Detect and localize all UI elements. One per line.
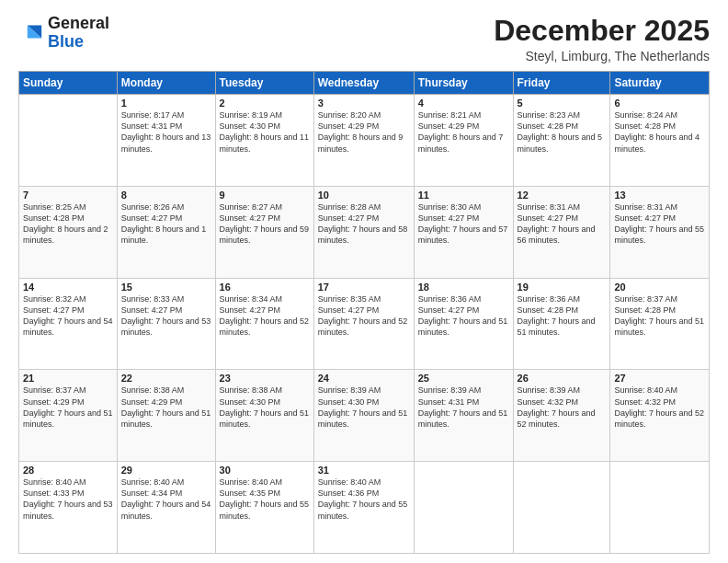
day-info: Sunrise: 8:34 AMSunset: 4:27 PMDaylight:… <box>220 293 310 339</box>
day-number: 16 <box>220 282 310 293</box>
calendar-cell: 5Sunrise: 8:23 AMSunset: 4:28 PMDaylight… <box>513 95 610 187</box>
calendar-cell: 20Sunrise: 8:37 AMSunset: 4:28 PMDayligh… <box>610 278 710 370</box>
calendar-table: Sunday Monday Tuesday Wednesday Thursday… <box>18 71 710 554</box>
day-info: Sunrise: 8:31 AMSunset: 4:27 PMDaylight:… <box>614 201 705 247</box>
calendar-cell: 4Sunrise: 8:21 AMSunset: 4:29 PMDaylight… <box>414 95 513 187</box>
calendar-cell <box>513 462 610 554</box>
day-info: Sunrise: 8:39 AMSunset: 4:31 PMDaylight:… <box>418 385 509 430</box>
calendar-cell: 17Sunrise: 8:35 AMSunset: 4:27 PMDayligh… <box>313 278 414 370</box>
day-info: Sunrise: 8:21 AMSunset: 4:29 PMDaylight:… <box>418 109 509 155</box>
day-info: Sunrise: 8:36 AMSunset: 4:27 PMDaylight:… <box>418 293 509 339</box>
day-number: 30 <box>220 465 310 476</box>
day-info: Sunrise: 8:17 AMSunset: 4:31 PMDaylight:… <box>121 109 211 155</box>
day-number: 11 <box>418 190 509 201</box>
day-number: 26 <box>518 373 607 384</box>
day-number: 15 <box>121 282 211 293</box>
calendar-cell: 3Sunrise: 8:20 AMSunset: 4:29 PMDaylight… <box>313 95 414 187</box>
col-saturday: Saturday <box>610 72 710 95</box>
month-title: December 2025 <box>494 15 710 47</box>
logo: General Blue <box>18 15 109 52</box>
calendar-cell: 1Sunrise: 8:17 AMSunset: 4:31 PMDaylight… <box>117 95 215 187</box>
day-info: Sunrise: 8:39 AMSunset: 4:32 PMDaylight:… <box>518 385 607 430</box>
calendar-cell: 6Sunrise: 8:24 AMSunset: 4:28 PMDaylight… <box>610 95 710 187</box>
day-number: 3 <box>318 98 410 109</box>
day-info: Sunrise: 8:35 AMSunset: 4:27 PMDaylight:… <box>318 293 410 339</box>
col-wednesday: Wednesday <box>313 72 414 95</box>
day-number: 27 <box>614 373 705 384</box>
day-info: Sunrise: 8:23 AMSunset: 4:28 PMDaylight:… <box>518 109 607 155</box>
day-number: 31 <box>318 465 410 476</box>
day-info: Sunrise: 8:38 AMSunset: 4:29 PMDaylight:… <box>121 385 211 430</box>
calendar-page: General Blue December 2025 Steyl, Limbur… <box>0 0 728 563</box>
calendar-week-row: 14Sunrise: 8:32 AMSunset: 4:27 PMDayligh… <box>19 278 710 370</box>
calendar-cell: 31Sunrise: 8:40 AMSunset: 4:36 PMDayligh… <box>313 462 414 554</box>
calendar-cell <box>610 462 710 554</box>
day-info: Sunrise: 8:40 AMSunset: 4:36 PMDaylight:… <box>318 477 410 522</box>
day-number: 1 <box>121 98 211 109</box>
day-number: 5 <box>518 98 607 109</box>
day-number: 29 <box>121 465 211 476</box>
calendar-cell <box>414 462 513 554</box>
calendar-cell: 23Sunrise: 8:38 AMSunset: 4:30 PMDayligh… <box>215 370 313 462</box>
day-number: 24 <box>318 373 410 384</box>
calendar-week-row: 28Sunrise: 8:40 AMSunset: 4:33 PMDayligh… <box>19 462 710 554</box>
day-number: 9 <box>220 190 310 201</box>
day-number: 17 <box>318 282 410 293</box>
calendar-cell: 24Sunrise: 8:39 AMSunset: 4:30 PMDayligh… <box>313 370 414 462</box>
calendar-week-row: 1Sunrise: 8:17 AMSunset: 4:31 PMDaylight… <box>19 95 710 187</box>
day-number: 14 <box>23 282 113 293</box>
day-number: 20 <box>614 282 705 293</box>
day-info: Sunrise: 8:37 AMSunset: 4:28 PMDaylight:… <box>614 293 705 339</box>
calendar-cell: 27Sunrise: 8:40 AMSunset: 4:32 PMDayligh… <box>610 370 710 462</box>
calendar-cell: 12Sunrise: 8:31 AMSunset: 4:27 PMDayligh… <box>513 186 610 278</box>
day-number: 4 <box>418 98 509 109</box>
day-info: Sunrise: 8:40 AMSunset: 4:32 PMDaylight:… <box>614 385 705 430</box>
logo-icon <box>18 20 44 46</box>
day-info: Sunrise: 8:25 AMSunset: 4:28 PMDaylight:… <box>23 201 113 247</box>
title-block: December 2025 Steyl, Limburg, The Nether… <box>494 15 710 63</box>
day-number: 6 <box>614 98 705 109</box>
calendar-cell: 18Sunrise: 8:36 AMSunset: 4:27 PMDayligh… <box>414 278 513 370</box>
day-number: 18 <box>418 282 509 293</box>
calendar-week-row: 7Sunrise: 8:25 AMSunset: 4:28 PMDaylight… <box>19 186 710 278</box>
calendar-cell: 9Sunrise: 8:27 AMSunset: 4:27 PMDaylight… <box>215 186 313 278</box>
calendar-cell: 28Sunrise: 8:40 AMSunset: 4:33 PMDayligh… <box>19 462 118 554</box>
calendar-cell: 21Sunrise: 8:37 AMSunset: 4:29 PMDayligh… <box>19 370 118 462</box>
page-header: General Blue December 2025 Steyl, Limbur… <box>18 15 710 63</box>
logo-blue: Blue <box>48 32 84 51</box>
col-sunday: Sunday <box>19 72 118 95</box>
day-number: 2 <box>220 98 310 109</box>
day-number: 8 <box>121 190 211 201</box>
day-info: Sunrise: 8:19 AMSunset: 4:30 PMDaylight:… <box>220 109 310 155</box>
calendar-week-row: 21Sunrise: 8:37 AMSunset: 4:29 PMDayligh… <box>19 370 710 462</box>
calendar-cell: 26Sunrise: 8:39 AMSunset: 4:32 PMDayligh… <box>513 370 610 462</box>
logo-general: General <box>48 14 109 32</box>
col-tuesday: Tuesday <box>215 72 313 95</box>
col-monday: Monday <box>117 72 215 95</box>
calendar-cell: 11Sunrise: 8:30 AMSunset: 4:27 PMDayligh… <box>414 186 513 278</box>
day-info: Sunrise: 8:40 AMSunset: 4:33 PMDaylight:… <box>23 477 113 522</box>
calendar-cell: 30Sunrise: 8:40 AMSunset: 4:35 PMDayligh… <box>215 462 313 554</box>
calendar-cell: 10Sunrise: 8:28 AMSunset: 4:27 PMDayligh… <box>313 186 414 278</box>
day-number: 10 <box>318 190 410 201</box>
day-info: Sunrise: 8:39 AMSunset: 4:30 PMDaylight:… <box>318 385 410 430</box>
calendar-cell: 14Sunrise: 8:32 AMSunset: 4:27 PMDayligh… <box>19 278 118 370</box>
calendar-cell: 19Sunrise: 8:36 AMSunset: 4:28 PMDayligh… <box>513 278 610 370</box>
calendar-cell: 2Sunrise: 8:19 AMSunset: 4:30 PMDaylight… <box>215 95 313 187</box>
day-info: Sunrise: 8:28 AMSunset: 4:27 PMDaylight:… <box>318 201 410 247</box>
calendar-cell <box>19 95 118 187</box>
day-number: 28 <box>23 465 113 476</box>
day-number: 22 <box>121 373 211 384</box>
calendar-cell: 13Sunrise: 8:31 AMSunset: 4:27 PMDayligh… <box>610 186 710 278</box>
day-number: 7 <box>23 190 113 201</box>
calendar-cell: 25Sunrise: 8:39 AMSunset: 4:31 PMDayligh… <box>414 370 513 462</box>
day-info: Sunrise: 8:24 AMSunset: 4:28 PMDaylight:… <box>614 109 705 155</box>
day-info: Sunrise: 8:20 AMSunset: 4:29 PMDaylight:… <box>318 109 410 155</box>
day-info: Sunrise: 8:40 AMSunset: 4:35 PMDaylight:… <box>220 477 310 522</box>
day-number: 25 <box>418 373 509 384</box>
day-info: Sunrise: 8:31 AMSunset: 4:27 PMDaylight:… <box>518 201 607 247</box>
calendar-cell: 15Sunrise: 8:33 AMSunset: 4:27 PMDayligh… <box>117 278 215 370</box>
day-number: 23 <box>220 373 310 384</box>
calendar-cell: 29Sunrise: 8:40 AMSunset: 4:34 PMDayligh… <box>117 462 215 554</box>
day-info: Sunrise: 8:26 AMSunset: 4:27 PMDaylight:… <box>121 201 211 247</box>
